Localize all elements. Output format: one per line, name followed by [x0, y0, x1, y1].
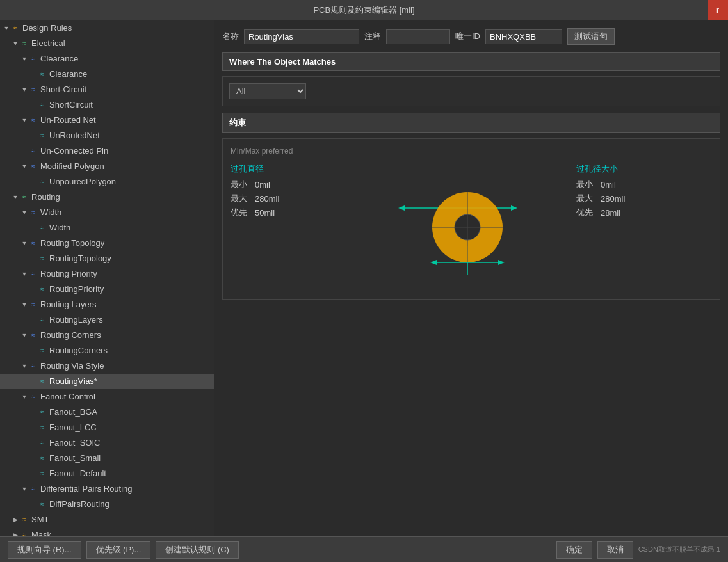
expand-arrow-modified-polygon[interactable]: ▼ [20, 160, 28, 173]
via-hole-title: 过孔径大小 [576, 163, 679, 175]
tree-item-clearance-group[interactable]: ▼≈Clearance [0, 51, 214, 67]
tree-item-unpouredpolygon[interactable]: ≈UnpouredPolygon [0, 174, 214, 189]
name-label: 名称 [222, 31, 239, 42]
tree-item-fanout-small[interactable]: ≈Fanout_Small [0, 451, 214, 466]
preferred-label: Min/Max preferred [231, 147, 712, 156]
tree-item-width-item[interactable]: ≈Width [0, 220, 214, 236]
icon-short-circuit: ≈ [28, 84, 38, 95]
expand-arrow-fanout-control[interactable]: ▼ [20, 390, 28, 403]
priority-btn[interactable]: 优先级 (P)... [86, 541, 151, 559]
where-select[interactable]: All Net Net Class Layer [229, 83, 306, 99]
tree-item-mask[interactable]: ▶≈Mask [0, 527, 214, 536]
tree-item-un-routed-net[interactable]: ▼≈Un-Routed Net [0, 113, 214, 128]
tree-item-routing-priority[interactable]: ▼≈Routing Priority [0, 266, 214, 282]
via-hole-min-label: 最小 [576, 179, 595, 190]
id-input[interactable] [485, 29, 562, 44]
icon-routing-via-style: ≈ [28, 361, 38, 371]
main-layout: ▼≈Design Rules▼≈Electrical▼≈Clearance ≈C… [0, 20, 728, 536]
via-hole-max-row: 最大 280mil [576, 193, 679, 204]
tree-item-routing-priority-item[interactable]: ≈RoutingPriority [0, 282, 214, 297]
tree-item-fanout-lcc[interactable]: ≈Fanout_LCC [0, 420, 214, 435]
tree-item-routing-layers-item[interactable]: ≈RoutingLayers [0, 312, 214, 328]
comment-input[interactable] [386, 29, 450, 44]
tree-item-unrouted-net-item[interactable]: ≈UnRoutedNet [0, 128, 214, 143]
label-routing-priority: Routing Priority [40, 268, 97, 280]
tree-item-routing-vias-item[interactable]: ≈RoutingVias* [0, 374, 214, 389]
tree-item-routing-corners-item[interactable]: ≈RoutingCorners [0, 343, 214, 358]
constraints-area: Min/Max preferred 过孔直径 最小 0mil 最大 280mil [222, 138, 720, 300]
label-routing-vias-item: RoutingVias* [49, 375, 97, 388]
tree-item-fanout-soic[interactable]: ≈Fanout_SOIC [0, 435, 214, 451]
via-diameter-params: 过孔直径 最小 0mil 最大 280mil 优先 50mil [231, 163, 359, 226]
expand-arrow-routing-priority[interactable]: ▼ [20, 268, 28, 280]
svg-marker-6 [430, 260, 437, 265]
create-default-btn[interactable]: 创建默认规则 (C) [156, 541, 239, 559]
tree-item-design-rules[interactable]: ▼≈Design Rules [0, 20, 214, 36]
via-hole-preferred-row: 优先 28mil [576, 207, 679, 218]
expand-arrow-un-routed-net[interactable]: ▼ [20, 114, 28, 127]
test-btn[interactable]: 测试语句 [567, 28, 615, 45]
icon-electrical: ≈ [19, 38, 29, 49]
tree-item-fanout-default[interactable]: ≈Fanout_Default [0, 466, 214, 481]
bottom-bar: 规则向导 (R)... 优先级 (P)... 创建默认规则 (C) 确定 取消 … [0, 536, 728, 562]
icon-fanout-soic: ≈ [37, 438, 47, 448]
expand-arrow-routing-corners[interactable]: ▼ [20, 329, 28, 342]
icon-un-connected-pin: ≈ [28, 146, 38, 156]
expand-arrow-routing-via-style[interactable]: ▼ [20, 360, 28, 373]
icon-width-item: ≈ [37, 223, 47, 233]
tree-item-routing-layers[interactable]: ▼≈Routing Layers [0, 297, 214, 312]
expand-arrow-routing-layers[interactable]: ▼ [20, 298, 28, 311]
name-input[interactable] [244, 29, 359, 44]
close-button[interactable]: r [708, 0, 728, 20]
label-diff-pairs-item: DiffPairsRouting [49, 498, 109, 511]
icon-routing-corners-item: ≈ [37, 346, 47, 356]
expand-arrow-routing[interactable]: ▼ [12, 191, 19, 204]
expand-arrow-routing-topology[interactable]: ▼ [20, 237, 28, 250]
via-diameter-title: 过孔直径 [231, 163, 359, 175]
cancel-btn[interactable]: 取消 [597, 541, 633, 559]
icon-routing-vias-item: ≈ [37, 376, 47, 387]
tree-item-routing-topology[interactable]: ▼≈Routing Topology [0, 236, 214, 251]
expand-arrow-diff-pairs-routing[interactable]: ▼ [20, 483, 28, 495]
icon-routing-corners: ≈ [28, 330, 38, 341]
tree-item-smt[interactable]: ▶≈SMT [0, 512, 214, 527]
tree-item-modified-polygon[interactable]: ▼≈Modified Polygon [0, 159, 214, 174]
label-routing-corners: Routing Corners [40, 329, 101, 342]
label-fanout-soic: Fanout_SOIC [49, 437, 101, 449]
expand-arrow-smt[interactable]: ▶ [12, 513, 19, 526]
rules-wizard-btn[interactable]: 规则向导 (R)... [8, 541, 81, 559]
expand-arrow-mask[interactable]: ▶ [12, 529, 19, 536]
tree-item-fanout-control[interactable]: ▼≈Fanout Control [0, 389, 214, 405]
via-diagram-area: 过孔直径 最小 0mil 最大 280mil 优先 50mil [231, 163, 712, 291]
tree-item-diff-pairs-routing[interactable]: ▼≈Differential Pairs Routing [0, 481, 214, 497]
expand-arrow-clearance-group[interactable]: ▼ [20, 52, 28, 65]
icon-clearance-group: ≈ [28, 54, 38, 64]
expand-arrow-short-circuit[interactable]: ▼ [20, 83, 28, 96]
comment-label: 注释 [364, 31, 381, 42]
tree-item-fanout-bga[interactable]: ≈Fanout_BGA [0, 405, 214, 420]
label-unpouredpolygon: UnpouredPolygon [49, 175, 116, 188]
tree-item-width-group[interactable]: ▼≈Width [0, 205, 214, 220]
label-short-circuit-item: ShortCircuit [49, 99, 93, 111]
tree-item-clearance-item[interactable]: ≈Clearance [0, 67, 214, 82]
tree-panel: ▼≈Design Rules▼≈Electrical▼≈Clearance ≈C… [0, 20, 214, 536]
tree-item-routing-topology-item[interactable]: ≈RoutingTopology [0, 251, 214, 266]
tree-item-short-circuit-item[interactable]: ≈ShortCircuit [0, 97, 214, 113]
expand-arrow-electrical[interactable]: ▼ [12, 37, 19, 50]
expand-arrow-design-rules[interactable]: ▼ [3, 22, 10, 35]
ok-btn[interactable]: 确定 [556, 541, 592, 559]
tree-item-diff-pairs-item[interactable]: ≈DiffPairsRouting [0, 497, 214, 512]
tree-item-electrical[interactable]: ▼≈Electrical [0, 36, 214, 51]
tree-item-un-connected-pin[interactable]: ≈Un-Connected Pin [0, 143, 214, 159]
tree-item-routing-via-style[interactable]: ▼≈Routing Via Style [0, 358, 214, 374]
tree-item-routing-corners[interactable]: ▼≈Routing Corners [0, 328, 214, 343]
icon-mask: ≈ [19, 530, 29, 536]
window-title: PCB规则及约束编辑器 [mil] [313, 4, 414, 16]
icon-unpouredpolygon: ≈ [37, 177, 47, 187]
expand-arrow-width-group[interactable]: ▼ [20, 206, 28, 219]
tree-item-routing[interactable]: ▼≈Routing [0, 189, 214, 205]
label-routing-corners-item: RoutingCorners [49, 344, 108, 357]
tree-item-short-circuit[interactable]: ▼≈Short-Circuit [0, 82, 214, 97]
via-hole-min-row: 最小 0mil [576, 179, 679, 190]
icon-fanout-bga: ≈ [37, 407, 47, 417]
